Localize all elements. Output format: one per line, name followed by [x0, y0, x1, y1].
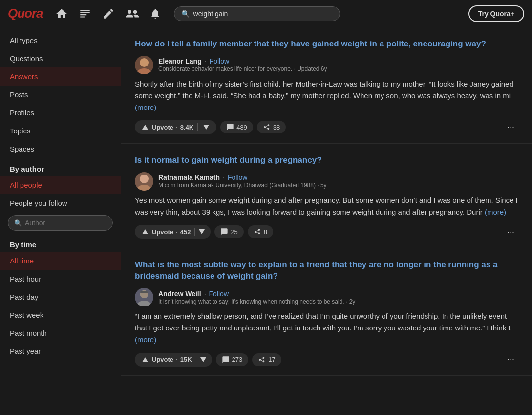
- comment-count: 489: [236, 124, 247, 131]
- author-name[interactable]: Andrew Weill: [158, 290, 201, 298]
- vote-group: Upvote · 8.4K: [135, 120, 216, 134]
- comment-button[interactable]: 489: [220, 121, 253, 133]
- comment-count: 25: [231, 228, 237, 236]
- follow-link[interactable]: Follow: [209, 290, 229, 298]
- author-name[interactable]: Ratnamala Kamath: [158, 174, 220, 181]
- read-more-link[interactable]: (more): [485, 208, 506, 216]
- sidebar-item-spaces[interactable]: Spaces: [0, 140, 121, 158]
- author-name[interactable]: Eleanor Lang: [158, 57, 202, 65]
- upvote-button[interactable]: Upvote · 15K: [141, 355, 192, 364]
- svg-point-4: [140, 175, 149, 183]
- question-link[interactable]: How do I tell a family member that they …: [135, 38, 518, 50]
- answer-text: Shortly after the birth of my sister’s f…: [135, 78, 518, 113]
- upvote-button[interactable]: Upvote · 452: [141, 227, 191, 236]
- author-input[interactable]: [25, 219, 110, 227]
- author-info: Ratnamala Kamath · Follow M’com from Kar…: [158, 174, 327, 189]
- comment-button[interactable]: 25: [214, 225, 243, 238]
- upvote-icon: [141, 123, 149, 131]
- svg-rect-9: [140, 291, 148, 293]
- sidebar-item-people-you-follow[interactable]: People you follow: [0, 194, 121, 212]
- upvote-button[interactable]: Upvote · 8.4K: [141, 123, 193, 131]
- question-link[interactable]: Is it normal to gain weight during a pre…: [135, 154, 518, 166]
- answer-card: How do I tell a family member that they …: [121, 27, 532, 144]
- svg-point-7: [137, 301, 151, 306]
- question-link[interactable]: What is the most subtle way to explain t…: [135, 259, 518, 283]
- answer-text: “I am an extremely shallow person, and I…: [135, 310, 518, 346]
- comment-button[interactable]: 273: [216, 353, 249, 366]
- author-name-row: Eleanor Lang · Follow: [158, 57, 327, 65]
- follow-link[interactable]: Follow: [228, 174, 247, 181]
- author-info: Eleanor Lang · Follow Considerate behavi…: [158, 57, 327, 72]
- author-bio: M’com from Karnatak University, Dharwad …: [158, 182, 327, 189]
- share-button[interactable]: 38: [257, 121, 286, 133]
- svg-point-2: [140, 58, 149, 67]
- sidebar-item-all-types[interactable]: All types: [0, 31, 121, 49]
- downvote-button[interactable]: [202, 123, 211, 131]
- sidebar-item-profiles[interactable]: Profiles: [0, 104, 121, 122]
- share-count: 17: [268, 356, 275, 363]
- sidebar-item-topics[interactable]: Topics: [0, 122, 121, 140]
- notification-icon[interactable]: [149, 7, 162, 21]
- search-input[interactable]: [193, 10, 333, 18]
- people-icon[interactable]: [125, 7, 139, 21]
- read-more-link[interactable]: (more): [135, 335, 156, 344]
- avatar: [135, 56, 153, 74]
- main-layout: All types Questions Answers Posts Profil…: [0, 27, 532, 415]
- action-bar: Upvote · 452 25 8 ···: [135, 225, 518, 239]
- sidebar-item-answers[interactable]: Answers: [0, 67, 121, 86]
- author-row: Andrew Weill · Follow It isn’t knowing w…: [135, 288, 518, 306]
- try-quora-button[interactable]: Try Quora+: [468, 5, 524, 22]
- sidebar-item-past-hour[interactable]: Past hour: [0, 270, 121, 288]
- sidebar-item-past-year[interactable]: Past year: [0, 342, 121, 360]
- downvote-icon: [202, 123, 211, 131]
- vote-group: Upvote · 452: [135, 225, 211, 239]
- upvote-count: 452: [180, 228, 191, 236]
- home-icon[interactable]: [55, 7, 68, 21]
- share-button[interactable]: 17: [252, 353, 281, 366]
- author-info: Andrew Weill · Follow It isn’t knowing w…: [158, 290, 355, 305]
- upvote-icon: [141, 227, 149, 236]
- share-button[interactable]: 8: [248, 225, 273, 238]
- share-count: 8: [264, 228, 267, 236]
- sidebar: All types Questions Answers Posts Profil…: [0, 27, 121, 415]
- svg-point-3: [137, 68, 151, 74]
- sidebar-item-all-people[interactable]: All people: [0, 176, 121, 194]
- header: Quora 🔍 Try Quora+: [0, 0, 532, 27]
- vote-group: Upvote · 15K: [135, 353, 212, 367]
- more-options-button[interactable]: ···: [503, 120, 518, 134]
- downvote-button[interactable]: [199, 229, 205, 234]
- avatar: [135, 172, 153, 191]
- search-bar[interactable]: 🔍: [174, 6, 340, 21]
- by-time-label: By time: [0, 234, 121, 252]
- sidebar-item-past-month[interactable]: Past month: [0, 324, 121, 342]
- downvote-icon: [199, 229, 205, 234]
- sidebar-item-questions[interactable]: Questions: [0, 49, 121, 67]
- upvote-icon: [141, 355, 149, 364]
- edit-icon[interactable]: [102, 7, 115, 21]
- action-bar: Upvote · 15K 273 17 ···: [135, 352, 518, 367]
- avatar: [135, 288, 153, 306]
- author-row: Eleanor Lang · Follow Considerate behavi…: [135, 56, 518, 74]
- sidebar-item-past-week[interactable]: Past week: [0, 306, 121, 324]
- vote-divider: [196, 356, 196, 364]
- downvote-button[interactable]: [200, 357, 206, 362]
- follow-link[interactable]: Follow: [210, 57, 229, 65]
- sidebar-item-past-day[interactable]: Past day: [0, 288, 121, 306]
- author-bio: It isn’t knowing what to say; it’s knowi…: [158, 298, 355, 305]
- downvote-icon: [200, 357, 206, 362]
- upvote-count: 15K: [180, 356, 192, 363]
- read-more-link[interactable]: (more): [135, 103, 156, 111]
- more-options-button[interactable]: ···: [503, 352, 518, 367]
- sidebar-item-posts[interactable]: Posts: [0, 86, 121, 104]
- logo[interactable]: Quora: [8, 6, 43, 21]
- answer-card: What is the most subtle way to explain t…: [121, 248, 532, 376]
- feed-icon[interactable]: [78, 7, 92, 21]
- more-options-button[interactable]: ···: [503, 225, 518, 239]
- answer-card: Is it normal to gain weight during a pre…: [121, 144, 532, 248]
- by-author-label: By author: [0, 158, 121, 176]
- main-nav: [55, 7, 162, 21]
- content-area: How do I tell a family member that they …: [121, 27, 532, 415]
- sidebar-item-all-time[interactable]: All time: [0, 252, 121, 270]
- upvote-label: Upvote: [152, 228, 173, 236]
- search-icon: 🔍: [181, 10, 190, 18]
